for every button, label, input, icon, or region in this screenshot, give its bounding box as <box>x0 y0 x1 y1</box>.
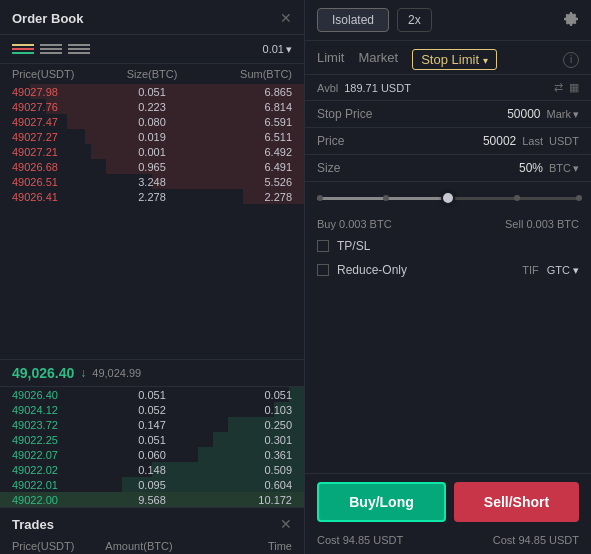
trades-section: Trades ✕ Price(USDT) Amount(BTC) Time <box>0 507 304 554</box>
size-input-area[interactable]: 50% BTC ▾ <box>387 161 579 175</box>
size-value: 50% <box>519 161 543 175</box>
order-book-header: Order Book ✕ <box>0 0 304 35</box>
action-buttons-row: Buy/Long Sell/Short <box>305 473 591 530</box>
precision-selector[interactable]: 0.01 ▾ <box>263 43 292 56</box>
order-book-title: Order Book <box>12 11 84 26</box>
size-label: Size <box>317 161 387 175</box>
table-row[interactable]: 49027.210.0016.492 <box>0 144 304 159</box>
available-balance-row: Avbl 189.71 USDT ⇄ ▦ <box>305 75 591 100</box>
view-buy-icon[interactable] <box>68 41 90 57</box>
sell-orders: 49027.980.0516.865 49027.760.2236.814 49… <box>0 84 304 359</box>
tpsl-label: TP/SL <box>337 239 370 253</box>
stop-price-unit-button[interactable]: Mark ▾ <box>547 108 579 121</box>
trades-column-headers: Price(USDT) Amount(BTC) Time <box>0 538 304 554</box>
buy-amount: Buy 0.003 BTC <box>317 218 392 230</box>
price-value: 50002 <box>483 134 516 148</box>
table-row[interactable]: 49023.720.1470.250 <box>0 417 304 432</box>
slider-dot-25[interactable] <box>383 195 389 201</box>
sell-short-button[interactable]: Sell/Short <box>454 482 579 522</box>
table-row[interactable]: 49027.760.2236.814 <box>0 99 304 114</box>
avbl-label: Avbl <box>317 82 338 94</box>
isolated-mode-button[interactable]: Isolated <box>317 8 389 32</box>
table-row[interactable]: 49027.980.0516.865 <box>0 84 304 99</box>
price-label: Price <box>317 134 387 148</box>
stop-price-row: Stop Price 50000 Mark ▾ <box>305 100 591 127</box>
reduce-only-label: Reduce-Only <box>337 263 407 277</box>
table-row[interactable]: 49024.120.0520.103 <box>0 402 304 417</box>
table-row[interactable]: 49026.513.2485.526 <box>0 174 304 189</box>
buy-orders: 49026.400.0510.051 49024.120.0520.103 49… <box>0 387 304 507</box>
table-row[interactable]: 49026.400.0510.051 <box>0 387 304 402</box>
buy-long-button[interactable]: Buy/Long <box>317 482 446 522</box>
stop-limit-caret-icon: ▾ <box>483 55 488 66</box>
order-type-tabs: Limit Market Stop Limit ▾ i <box>305 41 591 75</box>
table-row[interactable]: 49026.680.9656.491 <box>0 159 304 174</box>
avbl-value: 189.71 USDT <box>344 82 411 94</box>
orderbook-controls: 0.01 ▾ <box>0 35 304 64</box>
order-form-panel: Isolated 2x Limit Market Stop Limit ▾ i … <box>305 0 591 554</box>
top-controls: Isolated 2x <box>305 0 591 41</box>
tif-label: TIF <box>522 264 539 276</box>
tab-market[interactable]: Market <box>358 50 398 69</box>
leverage-button[interactable]: 2x <box>397 8 432 32</box>
trades-header: Trades ✕ <box>0 508 304 538</box>
price-input-area[interactable]: 50002 Last USDT <box>387 134 579 148</box>
orderbook-column-headers: Price(USDT) Size(BTC) Sum(BTC) <box>0 64 304 84</box>
reduce-only-checkbox[interactable] <box>317 264 329 276</box>
stop-price-input-area[interactable]: 50000 Mark ▾ <box>387 107 579 121</box>
stop-price-value: 50000 <box>507 107 540 121</box>
mid-price-value: 49,026.40 <box>12 365 74 381</box>
table-row[interactable]: 49022.250.0510.301 <box>0 432 304 447</box>
sell-cost-label: Cost 94.85 USDT <box>493 534 579 546</box>
tpsl-row: TP/SL <box>305 234 591 258</box>
size-unit-button[interactable]: BTC ▾ <box>549 162 579 175</box>
table-row[interactable]: 49026.412.2782.278 <box>0 189 304 204</box>
calculator-icon[interactable]: ▦ <box>569 81 579 94</box>
view-sell-icon[interactable] <box>40 41 62 57</box>
order-book-panel: Order Book ✕ 0.01 ▾ Price(USDT) Size(BTC… <box>0 0 305 554</box>
close-icon[interactable]: ✕ <box>280 10 292 26</box>
transfer-icon[interactable]: ⇄ <box>554 81 563 94</box>
stop-price-label: Stop Price <box>317 107 387 121</box>
buy-sell-amounts-row: Buy 0.003 BTC Sell 0.003 BTC <box>305 214 591 234</box>
price-unit: Last <box>522 135 543 147</box>
cost-row: Cost 94.85 USDT Cost 94.85 USDT <box>305 530 591 554</box>
reduce-only-row: Reduce-Only TIF GTC ▾ <box>305 258 591 282</box>
settings-icon[interactable] <box>563 11 579 30</box>
slider-dot-100[interactable] <box>576 195 582 201</box>
tpsl-checkbox[interactable] <box>317 240 329 252</box>
price-down-arrow-icon: ↓ <box>80 366 86 380</box>
trades-title: Trades <box>12 517 54 532</box>
tif-select-button[interactable]: GTC ▾ <box>547 264 579 277</box>
slider-thumb[interactable] <box>441 191 455 205</box>
slider-dot-75[interactable] <box>514 195 520 201</box>
tab-limit[interactable]: Limit <box>317 50 344 69</box>
slider-dot-0[interactable] <box>317 195 323 201</box>
table-row[interactable]: 49022.009.56810.172 <box>0 492 304 507</box>
table-row[interactable]: 49022.020.1480.509 <box>0 462 304 477</box>
size-row: Size 50% BTC ▾ <box>305 154 591 181</box>
buy-cost-label: Cost 94.85 USDT <box>317 534 403 546</box>
trades-close-icon[interactable]: ✕ <box>280 516 292 532</box>
size-slider-row <box>305 181 591 214</box>
sell-amount: Sell 0.003 BTC <box>505 218 579 230</box>
mid-price-secondary: 49,024.99 <box>92 367 141 379</box>
view-both-icon[interactable] <box>12 41 34 57</box>
info-icon[interactable]: i <box>563 52 579 68</box>
size-slider[interactable] <box>317 190 579 206</box>
table-row[interactable]: 49027.470.0806.591 <box>0 114 304 129</box>
price-currency: USDT <box>549 135 579 147</box>
table-row[interactable]: 49027.270.0196.511 <box>0 129 304 144</box>
avbl-actions: ⇄ ▦ <box>554 81 579 94</box>
mid-price-row: 49,026.40 ↓ 49,024.99 <box>0 359 304 387</box>
table-row[interactable]: 49022.070.0600.361 <box>0 447 304 462</box>
table-row[interactable]: 49022.010.0950.604 <box>0 477 304 492</box>
tab-stop-limit[interactable]: Stop Limit ▾ <box>412 49 496 70</box>
price-row: Price 50002 Last USDT <box>305 127 591 154</box>
